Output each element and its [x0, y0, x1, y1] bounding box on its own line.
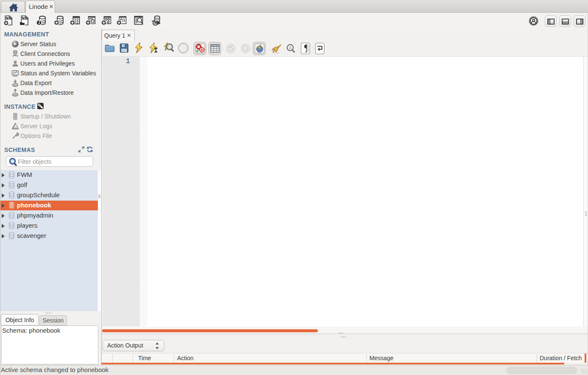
- svg-text:A: A: [289, 46, 292, 50]
- svg-text:A: A: [14, 124, 17, 129]
